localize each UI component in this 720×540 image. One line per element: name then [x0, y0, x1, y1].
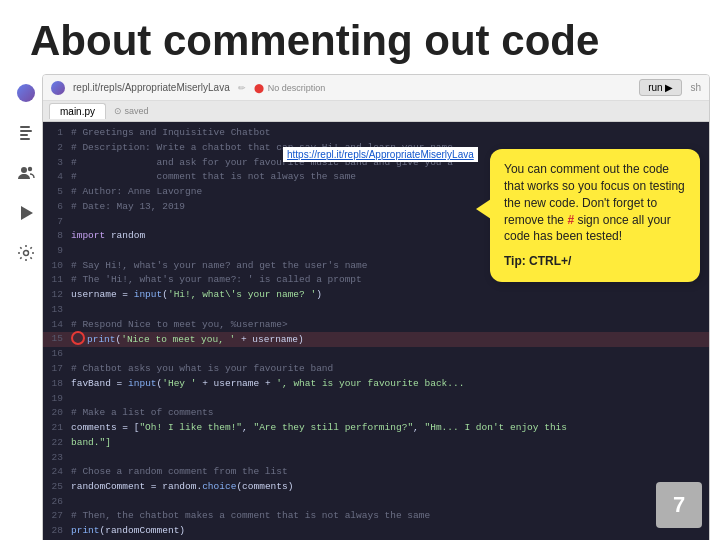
code-line-1: 1 # Greetings and Inquisitive Chatbot: [43, 126, 709, 141]
repl-link[interactable]: https://repl.it/repls/AppropriateMiserly…: [283, 147, 478, 162]
code-line-20: 20 # Make a list of comments: [43, 406, 709, 421]
play-icon[interactable]: [15, 202, 37, 224]
code-line-17: 17 # Chatbot asks you what is your favou…: [43, 362, 709, 377]
repl-logo-icon[interactable]: [15, 82, 37, 104]
svg-point-7: [24, 251, 29, 256]
callout-bubble: You can comment out the code that works …: [490, 149, 700, 282]
code-line-16: 16: [43, 347, 709, 362]
code-line-24: 24 # Chose a random comment from the lis…: [43, 465, 709, 480]
circle-highlight: [71, 331, 85, 345]
main-area: repl.it/repls/AppropriateMiserlyLava ✏ ⬤…: [0, 74, 720, 540]
svg-rect-3: [20, 138, 30, 140]
svg-rect-1: [20, 130, 32, 132]
svg-point-4: [21, 167, 27, 173]
code-line-18: 18 favBand = input('Hey ' + username + '…: [43, 377, 709, 392]
code-line-15: 15 print('Nice to meet you, ' + username…: [43, 332, 709, 347]
code-line-13: 13: [43, 303, 709, 318]
no-description-label: ⬤ No description: [254, 83, 326, 93]
code-line-12: 12 username = input('Hi!, what\'s your n…: [43, 288, 709, 303]
code-line-25: 25 randomComment = random.choice(comment…: [43, 480, 709, 495]
code-line-23: 23: [43, 451, 709, 466]
callout-tip: Tip: CTRL+/: [504, 253, 686, 270]
editor-container: repl.it/repls/AppropriateMiserlyLava ✏ ⬤…: [42, 74, 710, 540]
main-py-tab[interactable]: main.py: [49, 103, 106, 119]
pencil-icon[interactable]: ✏: [238, 83, 246, 93]
code-line-26: 26: [43, 495, 709, 510]
repl-url: repl.it/repls/AppropriateMiserlyLava: [73, 82, 230, 93]
svg-rect-0: [20, 126, 30, 128]
run-button[interactable]: run ▶: [639, 79, 682, 96]
code-line-27: 27 # Then, the chatbot makes a comment t…: [43, 509, 709, 524]
code-line-21: 21 comments = ["Oh! I like them!", "Are …: [43, 421, 709, 436]
svg-marker-6: [21, 206, 33, 220]
settings-icon[interactable]: [15, 242, 37, 264]
code-line-22: 22 band."]: [43, 436, 709, 451]
editor-tabs: main.py ⊙ saved: [43, 101, 709, 122]
code-line-19: 19: [43, 392, 709, 407]
page-number-badge: 7: [656, 482, 702, 528]
share-label: sh: [690, 82, 701, 93]
saved-indicator: ⊙ saved: [114, 106, 149, 116]
sidebar: [10, 74, 42, 540]
svg-rect-2: [20, 134, 28, 136]
editor-topbar: repl.it/repls/AppropriateMiserlyLava ✏ ⬤…: [43, 75, 709, 101]
files-icon[interactable]: [15, 122, 37, 144]
svg-point-5: [28, 167, 32, 171]
people-icon[interactable]: [15, 162, 37, 184]
code-line-14: 14 # Respond Nice to meet you, %username…: [43, 318, 709, 333]
code-line-28: 28 print(randomComment): [43, 524, 709, 539]
page-title: About commenting out code: [0, 0, 720, 74]
